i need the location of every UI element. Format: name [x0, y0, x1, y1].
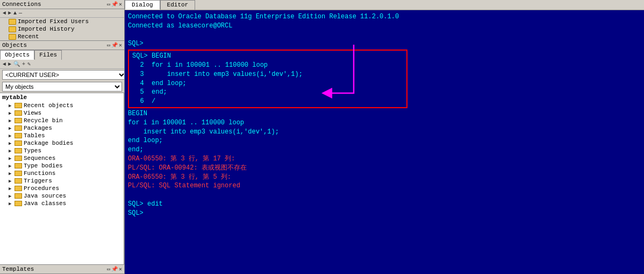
expand-icon: ▶: [9, 156, 14, 161]
objects-panel: Objects ▭ 📌 ✕ Objects Files ◄ ► 🔍 + ✎ <C…: [0, 41, 124, 93]
close-icon[interactable]: ✕: [119, 1, 122, 8]
tab-files[interactable]: Files: [34, 50, 62, 60]
output-line: end;: [128, 145, 641, 154]
objects-header: Objects ▭ 📌 ✕: [0, 41, 124, 50]
close-icon[interactable]: ✕: [119, 42, 122, 48]
folder-icon: [9, 34, 16, 40]
expand-icon: ▶: [9, 140, 14, 146]
expand-icon: ▶: [9, 148, 14, 154]
expand-icon: ▶: [9, 110, 14, 116]
error-line: ORA-06550: 第 3 行, 第 17 列:: [128, 154, 641, 164]
pin-icon[interactable]: 📌: [111, 1, 118, 8]
connections-icons: ▭ 📌 ✕: [107, 1, 122, 8]
tree-label: Recent objects: [24, 102, 73, 109]
minimize-icon[interactable]: ▭: [107, 42, 110, 48]
pin-icon[interactable]: 📌: [111, 42, 118, 48]
conn-item-history[interactable]: Imported History: [0, 25, 124, 33]
output-line: SQL> edit: [128, 200, 641, 209]
tree-item-java-sources[interactable]: ▶ Java sources: [0, 192, 124, 200]
objects-tabs: Objects Files: [0, 50, 124, 60]
tab-dialog[interactable]: Dialog: [125, 0, 160, 10]
tree-label: Java classes: [24, 200, 66, 207]
terminal[interactable]: Connected to Oracle Database 11g Enterpr…: [125, 10, 644, 274]
tree-label: Tables: [24, 132, 45, 139]
conn-item-recent[interactable]: Recent: [0, 33, 124, 40]
conn-item-fixed-users[interactable]: Imported Fixed Users: [0, 18, 124, 25]
output-line: SQL>: [128, 209, 641, 218]
add-btn[interactable]: +: [22, 61, 26, 67]
minimize-icon[interactable]: ▭: [107, 266, 110, 272]
back-btn[interactable]: ◄: [2, 10, 6, 16]
output-line: insert into emp3 values(i,'dev',1);: [128, 128, 641, 137]
tree-label: Views: [24, 110, 41, 116]
back-btn[interactable]: ◄: [2, 61, 6, 67]
up-btn[interactable]: ▲: [13, 10, 17, 16]
find-btn[interactable]: 🔍: [13, 61, 20, 67]
forward-btn[interactable]: ►: [8, 61, 12, 67]
expand-icon: ▶: [9, 118, 14, 124]
tree-item-packages[interactable]: ▶ Packages: [0, 124, 124, 132]
templates-header: Templates ▭ 📌 ✕: [0, 265, 124, 274]
tree-item-types[interactable]: ▶ Types: [0, 147, 124, 154]
expand-icon: ▶: [9, 186, 14, 192]
minimize-icon[interactable]: ▭: [107, 1, 110, 8]
close-icon[interactable]: ✕: [119, 266, 122, 272]
folder-icon: [15, 110, 22, 116]
tree-item-java-classes[interactable]: ▶ Java classes: [0, 200, 124, 207]
terminal-line: Connected as leasecore@ORCL: [128, 22, 641, 31]
tree-label: Packages: [24, 125, 52, 131]
tree-label: Type bodies: [24, 163, 63, 169]
terminal-line: [128, 31, 641, 40]
connections-panel: Connections ▭ 📌 ✕ ◄ ► ▲ — Imported Fixed…: [0, 0, 124, 41]
my-objects-dropdown[interactable]: My objects: [2, 82, 122, 92]
folder-icon: [15, 163, 22, 168]
arrow-svg: [321, 39, 386, 115]
folder-icon: [15, 140, 22, 146]
connections-toolbar: ◄ ► ▲ —: [0, 9, 124, 18]
folder-icon: [15, 118, 22, 123]
edit-btn[interactable]: ✎: [27, 61, 31, 67]
folder-icon: [15, 133, 22, 138]
minus-btn[interactable]: —: [18, 10, 23, 16]
conn-item-label: Imported History: [18, 26, 75, 32]
objects-toolbar: ◄ ► 🔍 + ✎: [0, 60, 124, 69]
expand-icon: ▶: [9, 125, 14, 131]
conn-item-label: Imported Fixed Users: [18, 18, 89, 25]
pin-icon[interactable]: 📌: [111, 266, 118, 272]
tree-item-type-bodies[interactable]: ▶ Type bodies: [0, 162, 124, 170]
tree-label: Triggers: [24, 178, 52, 184]
expand-icon: ▶: [9, 171, 14, 177]
folder-icon: [15, 201, 22, 206]
tree-item-recent-objects[interactable]: ▶ Recent objects: [0, 102, 124, 109]
current-user-dropdown[interactable]: <CURRENT USER>: [2, 70, 125, 80]
tree-item-views[interactable]: ▶ Views: [0, 109, 124, 117]
tree-label: Types: [24, 147, 41, 154]
output-line: end loop;: [128, 136, 641, 145]
folder-icon: [15, 156, 22, 161]
tree-item-recycle-bin[interactable]: ▶ Recycle bin: [0, 117, 124, 124]
tree-label: Recycle bin: [24, 117, 63, 124]
folder-icon: [9, 26, 16, 32]
expand-icon: ▶: [9, 193, 14, 199]
objects-title: Objects: [2, 42, 27, 48]
output-line: for i in 100001 .. 110000 loop: [128, 118, 641, 128]
tree-item-tables[interactable]: ▶ Tables: [0, 132, 124, 139]
folder-icon: [15, 178, 22, 184]
tree-item-sequences[interactable]: ▶ Sequences: [0, 154, 124, 162]
folder-icon: [9, 19, 16, 25]
connections-title: Connections: [2, 1, 41, 8]
expand-icon: ▶: [9, 163, 14, 169]
tree-label: Sequences: [24, 155, 55, 161]
tree-item-triggers[interactable]: ▶ Triggers: [0, 177, 124, 185]
tree-item-procedures[interactable]: ▶ Procedures: [0, 185, 124, 192]
tree-item-package-bodies[interactable]: ▶ Package bodies: [0, 139, 124, 147]
tab-objects[interactable]: Objects: [0, 50, 34, 60]
tree-item-functions[interactable]: ▶ Functions: [0, 170, 124, 177]
connections-header: Connections ▭ 📌 ✕: [0, 0, 124, 9]
forward-btn[interactable]: ►: [8, 10, 12, 16]
tab-editor[interactable]: Editor: [160, 0, 196, 10]
folder-icon: [15, 125, 22, 131]
error-line: PL/SQL: SQL Statement ignored: [128, 181, 641, 191]
folder-icon: [15, 148, 22, 153]
error-line: PL/SQL: ORA-00942: 表或视图不存在: [128, 164, 641, 173]
